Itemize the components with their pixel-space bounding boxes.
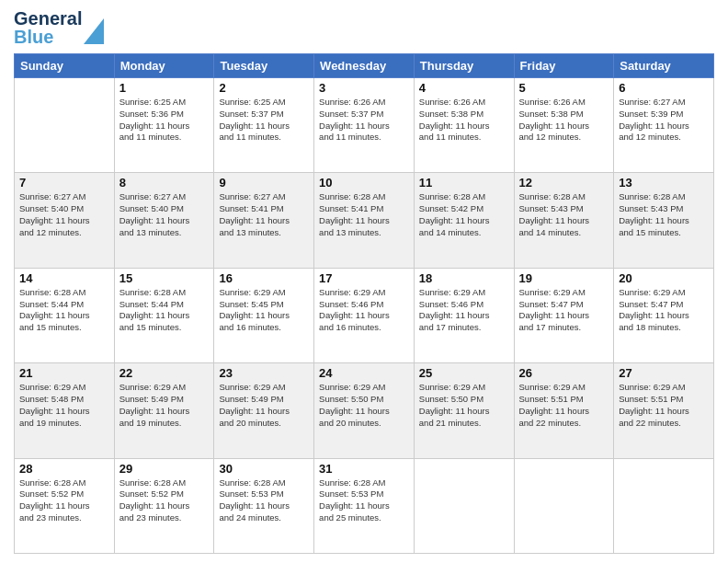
calendar-week-row: 21Sunrise: 6:29 AM Sunset: 5:48 PM Dayli… (15, 363, 714, 458)
calendar-cell: 7Sunrise: 6:27 AM Sunset: 5:40 PM Daylig… (15, 173, 115, 268)
calendar-cell: 21Sunrise: 6:29 AM Sunset: 5:48 PM Dayli… (15, 363, 115, 458)
calendar-cell (15, 78, 115, 173)
day-number: 12 (519, 176, 609, 190)
calendar-cell: 1Sunrise: 6:25 AM Sunset: 5:36 PM Daylig… (114, 78, 214, 173)
day-number: 26 (519, 366, 609, 380)
header: GeneralBlue (14, 9, 714, 46)
day-info: Sunrise: 6:27 AM Sunset: 5:40 PM Dayligh… (119, 191, 210, 238)
logo-text: GeneralBlue (14, 9, 82, 46)
day-number: 5 (519, 81, 609, 95)
day-info: Sunrise: 6:29 AM Sunset: 5:50 PM Dayligh… (419, 382, 509, 429)
day-info: Sunrise: 6:29 AM Sunset: 5:46 PM Dayligh… (419, 287, 509, 334)
day-info: Sunrise: 6:28 AM Sunset: 5:52 PM Dayligh… (119, 477, 210, 524)
calendar-cell (514, 458, 614, 553)
day-number: 29 (119, 462, 210, 476)
calendar-cell: 15Sunrise: 6:28 AM Sunset: 5:44 PM Dayli… (114, 268, 214, 362)
day-info: Sunrise: 6:28 AM Sunset: 5:53 PM Dayligh… (219, 477, 309, 524)
col-header-friday: Friday (514, 54, 614, 78)
day-number: 8 (119, 176, 210, 190)
day-info: Sunrise: 6:29 AM Sunset: 5:51 PM Dayligh… (619, 382, 709, 429)
calendar-cell: 31Sunrise: 6:28 AM Sunset: 5:53 PM Dayli… (314, 458, 415, 553)
calendar-cell: 9Sunrise: 6:27 AM Sunset: 5:41 PM Daylig… (214, 173, 314, 268)
calendar-cell: 6Sunrise: 6:27 AM Sunset: 5:39 PM Daylig… (614, 78, 714, 173)
day-info: Sunrise: 6:29 AM Sunset: 5:47 PM Dayligh… (619, 287, 709, 334)
day-number: 7 (19, 176, 109, 190)
day-info: Sunrise: 6:29 AM Sunset: 5:51 PM Dayligh… (519, 382, 609, 429)
day-info: Sunrise: 6:25 AM Sunset: 5:36 PM Dayligh… (119, 97, 210, 144)
day-number: 30 (219, 462, 309, 476)
day-info: Sunrise: 6:28 AM Sunset: 5:42 PM Dayligh… (419, 191, 509, 238)
calendar-cell: 2Sunrise: 6:25 AM Sunset: 5:37 PM Daylig… (214, 78, 314, 173)
day-number: 2 (219, 81, 309, 95)
col-header-monday: Monday (114, 54, 214, 78)
calendar-cell (614, 458, 714, 553)
col-header-thursday: Thursday (414, 54, 514, 78)
day-info: Sunrise: 6:28 AM Sunset: 5:53 PM Dayligh… (319, 477, 409, 524)
day-info: Sunrise: 6:27 AM Sunset: 5:40 PM Dayligh… (19, 191, 109, 238)
calendar-cell: 20Sunrise: 6:29 AM Sunset: 5:47 PM Dayli… (614, 268, 714, 362)
day-number: 19 (519, 271, 609, 285)
col-header-saturday: Saturday (614, 54, 714, 78)
day-info: Sunrise: 6:29 AM Sunset: 5:49 PM Dayligh… (219, 382, 309, 429)
calendar-cell: 14Sunrise: 6:28 AM Sunset: 5:44 PM Dayli… (15, 268, 115, 362)
day-number: 14 (19, 271, 109, 285)
calendar-cell: 13Sunrise: 6:28 AM Sunset: 5:43 PM Dayli… (614, 173, 714, 268)
day-number: 21 (19, 366, 109, 380)
logo-blue: Blue (14, 27, 53, 47)
day-info: Sunrise: 6:27 AM Sunset: 5:41 PM Dayligh… (219, 191, 309, 238)
calendar-cell: 8Sunrise: 6:27 AM Sunset: 5:40 PM Daylig… (114, 173, 214, 268)
calendar-cell: 18Sunrise: 6:29 AM Sunset: 5:46 PM Dayli… (414, 268, 514, 362)
calendar-cell: 29Sunrise: 6:28 AM Sunset: 5:52 PM Dayli… (114, 458, 214, 553)
col-header-wednesday: Wednesday (314, 54, 415, 78)
day-info: Sunrise: 6:26 AM Sunset: 5:38 PM Dayligh… (419, 97, 509, 144)
day-info: Sunrise: 6:28 AM Sunset: 5:41 PM Dayligh… (319, 191, 409, 238)
day-info: Sunrise: 6:29 AM Sunset: 5:50 PM Dayligh… (319, 382, 409, 429)
day-number: 22 (119, 366, 210, 380)
calendar-cell: 16Sunrise: 6:29 AM Sunset: 5:45 PM Dayli… (214, 268, 314, 362)
calendar-cell: 30Sunrise: 6:28 AM Sunset: 5:53 PM Dayli… (214, 458, 314, 553)
day-info: Sunrise: 6:28 AM Sunset: 5:44 PM Dayligh… (119, 287, 210, 334)
calendar-cell: 11Sunrise: 6:28 AM Sunset: 5:42 PM Dayli… (414, 173, 514, 268)
day-number: 27 (619, 366, 709, 380)
day-info: Sunrise: 6:26 AM Sunset: 5:38 PM Dayligh… (519, 97, 609, 144)
calendar-table: SundayMondayTuesdayWednesdayThursdayFrid… (14, 53, 714, 554)
day-info: Sunrise: 6:27 AM Sunset: 5:39 PM Dayligh… (619, 97, 709, 144)
day-number: 15 (119, 271, 210, 285)
calendar-cell: 4Sunrise: 6:26 AM Sunset: 5:38 PM Daylig… (414, 78, 514, 173)
day-number: 31 (319, 462, 409, 476)
day-number: 28 (19, 462, 109, 476)
calendar-cell: 27Sunrise: 6:29 AM Sunset: 5:51 PM Dayli… (614, 363, 714, 458)
day-number: 13 (619, 176, 709, 190)
calendar-cell: 22Sunrise: 6:29 AM Sunset: 5:49 PM Dayli… (114, 363, 214, 458)
day-number: 20 (619, 271, 709, 285)
calendar-cell: 19Sunrise: 6:29 AM Sunset: 5:47 PM Dayli… (514, 268, 614, 362)
calendar-cell: 10Sunrise: 6:28 AM Sunset: 5:41 PM Dayli… (314, 173, 415, 268)
calendar-cell: 5Sunrise: 6:26 AM Sunset: 5:38 PM Daylig… (514, 78, 614, 173)
calendar-cell (414, 458, 514, 553)
col-header-tuesday: Tuesday (214, 54, 314, 78)
day-number: 17 (319, 271, 409, 285)
day-info: Sunrise: 6:29 AM Sunset: 5:49 PM Dayligh… (119, 382, 210, 429)
day-info: Sunrise: 6:28 AM Sunset: 5:43 PM Dayligh… (619, 191, 709, 238)
calendar-header-row: SundayMondayTuesdayWednesdayThursdayFrid… (15, 54, 714, 78)
day-number: 10 (319, 176, 409, 190)
calendar-week-row: 28Sunrise: 6:28 AM Sunset: 5:52 PM Dayli… (15, 458, 714, 553)
day-number: 3 (319, 81, 409, 95)
calendar-week-row: 1Sunrise: 6:25 AM Sunset: 5:36 PM Daylig… (15, 78, 714, 173)
day-info: Sunrise: 6:29 AM Sunset: 5:46 PM Dayligh… (319, 287, 409, 334)
day-info: Sunrise: 6:28 AM Sunset: 5:43 PM Dayligh… (519, 191, 609, 238)
calendar-week-row: 7Sunrise: 6:27 AM Sunset: 5:40 PM Daylig… (15, 173, 714, 268)
day-number: 23 (219, 366, 309, 380)
col-header-sunday: Sunday (15, 54, 115, 78)
logo: GeneralBlue (14, 9, 104, 46)
day-number: 6 (619, 81, 709, 95)
svg-marker-0 (84, 18, 104, 44)
day-info: Sunrise: 6:25 AM Sunset: 5:37 PM Dayligh… (219, 97, 309, 144)
day-number: 9 (219, 176, 309, 190)
day-info: Sunrise: 6:28 AM Sunset: 5:44 PM Dayligh… (19, 287, 109, 334)
day-number: 25 (419, 366, 509, 380)
day-info: Sunrise: 6:26 AM Sunset: 5:37 PM Dayligh… (319, 97, 409, 144)
calendar-cell: 25Sunrise: 6:29 AM Sunset: 5:50 PM Dayli… (414, 363, 514, 458)
calendar-cell: 28Sunrise: 6:28 AM Sunset: 5:52 PM Dayli… (15, 458, 115, 553)
day-number: 4 (419, 81, 509, 95)
